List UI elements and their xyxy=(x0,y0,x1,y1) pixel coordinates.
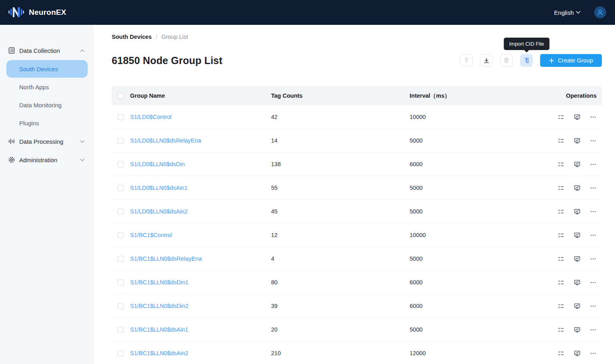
interval-cell: 10000 xyxy=(410,114,556,120)
table-row: S1/LD0$Control 42 10000 xyxy=(112,105,602,129)
group-name-link[interactable]: S1/LD0$Control xyxy=(130,114,171,120)
tag-count-cell: 4 xyxy=(271,255,410,262)
tag-list-icon[interactable] xyxy=(558,255,565,262)
row-checkbox[interactable] xyxy=(118,161,124,167)
sidebar-item-data-monitoring[interactable]: Data Monitoring xyxy=(0,96,94,114)
data-monitoring-icon[interactable] xyxy=(574,208,581,215)
more-options-icon[interactable] xyxy=(590,137,597,144)
group-name-link[interactable]: S1/BC1$LLN0$dsDin2 xyxy=(130,303,189,309)
upload-button[interactable] xyxy=(460,54,473,67)
group-name-link[interactable]: S1/LD0$LLN0$dsRelayEna xyxy=(130,137,201,144)
more-options-icon[interactable] xyxy=(590,255,597,262)
download-button[interactable] xyxy=(480,54,493,67)
row-checkbox[interactable] xyxy=(118,114,124,120)
trash-icon xyxy=(503,57,510,64)
row-checkbox[interactable] xyxy=(118,303,124,309)
sidebar-section-data-processing[interactable]: Data Processing xyxy=(0,132,94,151)
data-monitoring-icon[interactable] xyxy=(574,232,581,239)
data-monitoring-icon[interactable] xyxy=(574,114,581,121)
group-name-link[interactable]: S1/BC1$LLN0$dsDin1 xyxy=(130,279,189,286)
more-options-icon[interactable] xyxy=(590,279,597,286)
row-checkbox[interactable] xyxy=(118,185,124,191)
row-checkbox[interactable] xyxy=(118,256,124,262)
sidebar-section-data-collection[interactable]: Data Collection xyxy=(0,41,94,60)
interval-cell: 5000 xyxy=(410,255,556,262)
row-checkbox[interactable] xyxy=(118,138,124,144)
gear-icon xyxy=(8,156,15,163)
tag-list-icon[interactable] xyxy=(558,161,565,168)
table-row: S1/LD0$LLN0$dsAin1 55 5000 xyxy=(112,176,602,200)
more-options-icon[interactable] xyxy=(590,114,597,121)
group-name-link[interactable]: S1/BC1$LLN0$dsAin2 xyxy=(130,350,188,356)
sidebar-item-plugins[interactable]: Plugins xyxy=(0,114,94,132)
table-row: S1/BC1$LLN0$dsAin1 20 5000 xyxy=(112,318,602,342)
interval-cell: 6000 xyxy=(410,161,556,167)
data-monitoring-icon[interactable] xyxy=(574,350,581,357)
interval-cell: 6000 xyxy=(410,279,556,286)
sidebar-section-administration[interactable]: Administration xyxy=(0,151,94,169)
row-checkbox[interactable] xyxy=(118,232,124,238)
group-name-link[interactable]: S1/LD0$LLN0$dsDin xyxy=(130,161,185,167)
more-options-icon[interactable] xyxy=(590,185,597,191)
more-options-icon[interactable] xyxy=(590,303,597,310)
interval-cell: 6000 xyxy=(410,303,556,309)
table-row: S1/BC1$LLN0$dsAin2 210 12000 xyxy=(112,342,602,364)
group-name-link[interactable]: S1/BC1$Control xyxy=(130,232,172,238)
language-selector[interactable]: English xyxy=(554,9,581,16)
breadcrumb-south-devices[interactable]: South Devices xyxy=(112,34,152,40)
create-group-button[interactable]: Create Group xyxy=(540,54,602,67)
delete-button[interactable] xyxy=(500,54,513,67)
data-monitoring-icon[interactable] xyxy=(574,161,581,168)
toolbar: Import CID File xyxy=(460,54,602,67)
data-monitoring-icon[interactable] xyxy=(574,326,581,333)
row-checkbox[interactable] xyxy=(118,280,124,286)
group-name-link[interactable]: S1/BC1$LLN0$dsAin1 xyxy=(130,326,188,333)
user-icon xyxy=(597,9,604,16)
group-name-link[interactable]: S1/LD0$LLN0$dsAin1 xyxy=(130,185,188,191)
more-options-icon[interactable] xyxy=(590,208,597,215)
row-checkbox[interactable] xyxy=(118,327,124,333)
tag-count-cell: 20 xyxy=(271,326,410,333)
chevron-up-icon xyxy=(80,49,84,52)
data-monitoring-icon[interactable] xyxy=(574,137,581,144)
tag-count-cell: 39 xyxy=(271,303,410,309)
tag-count-cell: 80 xyxy=(271,279,410,286)
more-options-icon[interactable] xyxy=(590,161,597,168)
brand: NeuronEX xyxy=(8,6,66,18)
column-header-group-name: Group Name xyxy=(130,93,271,99)
row-checkbox[interactable] xyxy=(118,209,124,215)
download-icon xyxy=(483,57,490,64)
tag-list-icon[interactable] xyxy=(558,350,565,357)
column-header-interval: Interval（ms） xyxy=(410,92,556,100)
import-cid-icon xyxy=(523,57,530,64)
breadcrumb-separator: / xyxy=(156,34,157,40)
tag-list-icon[interactable] xyxy=(558,326,565,333)
data-monitoring-icon[interactable] xyxy=(574,255,581,262)
sidebar-section-label: Administration xyxy=(19,157,80,163)
table-row: S1/BC1$LLN0$dsRelayEna 4 5000 xyxy=(112,247,602,271)
tag-list-icon[interactable] xyxy=(558,185,565,191)
data-monitoring-icon[interactable] xyxy=(574,303,581,310)
row-checkbox[interactable] xyxy=(118,350,124,356)
data-monitoring-icon[interactable] xyxy=(574,185,581,191)
more-options-icon[interactable] xyxy=(590,326,597,333)
import-cid-button[interactable] xyxy=(520,54,533,67)
data-monitoring-icon[interactable] xyxy=(574,279,581,286)
user-avatar[interactable] xyxy=(594,6,606,18)
app-window: NeuronEX English xyxy=(0,0,615,364)
more-options-icon[interactable] xyxy=(590,350,597,357)
table-row: S1/BC1$Control 12 10000 xyxy=(112,223,602,247)
sidebar-item-north-apps[interactable]: North Apps xyxy=(0,78,94,96)
select-all-checkbox[interactable] xyxy=(118,93,124,99)
tag-list-icon[interactable] xyxy=(558,137,565,144)
sidebar-item-south-devices[interactable]: South Devices xyxy=(6,60,88,78)
table-row: S1/LD0$LLN0$dsRelayEna 14 5000 xyxy=(112,129,602,153)
tag-list-icon[interactable] xyxy=(558,232,565,239)
tag-list-icon[interactable] xyxy=(558,208,565,215)
tag-list-icon[interactable] xyxy=(558,114,565,121)
group-name-link[interactable]: S1/LD0$LLN0$dsAin2 xyxy=(130,208,188,215)
group-name-link[interactable]: S1/BC1$LLN0$dsRelayEna xyxy=(130,255,202,262)
more-options-icon[interactable] xyxy=(590,232,597,239)
tag-list-icon[interactable] xyxy=(558,279,565,286)
tag-list-icon[interactable] xyxy=(558,303,565,310)
